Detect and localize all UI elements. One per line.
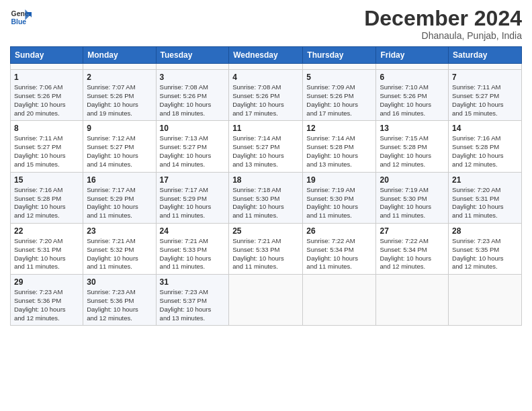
calendar-cell: 17Sunrise: 7:17 AM Sunset: 5:29 PM Dayli… [156, 172, 229, 223]
day-number: 13 [380, 124, 445, 133]
calendar-cell: 6Sunrise: 7:10 AM Sunset: 5:26 PM Daylig… [376, 70, 449, 121]
logo: General Blue [10, 7, 34, 28]
day-info: Sunrise: 7:17 AM Sunset: 5:29 PM Dayligh… [87, 186, 152, 220]
month-title: December 2024 [364, 7, 522, 30]
calendar-cell: 15Sunrise: 7:16 AM Sunset: 5:28 PM Dayli… [11, 172, 83, 223]
calendar-cell: 9Sunrise: 7:12 AM Sunset: 5:27 PM Daylig… [83, 121, 156, 172]
day-info: Sunrise: 7:08 AM Sunset: 5:26 PM Dayligh… [160, 83, 226, 118]
day-number: 3 [160, 73, 226, 82]
day-number: 5 [306, 73, 372, 82]
day-info: Sunrise: 7:23 AM Sunset: 5:37 PM Dayligh… [160, 288, 226, 322]
calendar-cell: 28Sunrise: 7:23 AM Sunset: 5:35 PM Dayli… [449, 223, 522, 274]
calendar-cell [376, 275, 449, 326]
day-info: Sunrise: 7:11 AM Sunset: 5:27 PM Dayligh… [452, 83, 518, 118]
calendar-cell: 31Sunrise: 7:23 AM Sunset: 5:37 PM Dayli… [156, 275, 229, 326]
day-number: 31 [160, 277, 226, 287]
day-info: Sunrise: 7:19 AM Sunset: 5:30 PM Dayligh… [380, 186, 445, 220]
day-info: Sunrise: 7:23 AM Sunset: 5:36 PM Dayligh… [14, 288, 79, 322]
calendar-cell: 21Sunrise: 7:20 AM Sunset: 5:31 PM Dayli… [449, 172, 522, 223]
calendar-week-row: 1Sunrise: 7:06 AM Sunset: 5:26 PM Daylig… [11, 70, 522, 121]
calendar-cell: 18Sunrise: 7:18 AM Sunset: 5:30 PM Dayli… [229, 172, 303, 223]
calendar-cell [11, 64, 83, 70]
header: General Blue December 2024 Dhanaula, Pun… [10, 7, 522, 41]
calendar-cell: 8Sunrise: 7:11 AM Sunset: 5:27 PM Daylig… [11, 121, 83, 172]
calendar-cell: 7Sunrise: 7:11 AM Sunset: 5:27 PM Daylig… [449, 70, 522, 121]
day-number: 27 [380, 226, 445, 236]
day-info: Sunrise: 7:08 AM Sunset: 5:26 PM Dayligh… [232, 83, 299, 118]
calendar-cell: 12Sunrise: 7:14 AM Sunset: 5:28 PM Dayli… [303, 121, 376, 172]
main-container: General Blue December 2024 Dhanaula, Pun… [0, 0, 532, 329]
day-info: Sunrise: 7:19 AM Sunset: 5:30 PM Dayligh… [306, 186, 372, 220]
calendar-week-row: 29Sunrise: 7:23 AM Sunset: 5:36 PM Dayli… [11, 275, 522, 326]
col-friday: Friday [376, 47, 449, 64]
day-number: 1 [14, 73, 79, 82]
day-number: 29 [14, 277, 79, 287]
day-info: Sunrise: 7:20 AM Sunset: 5:31 PM Dayligh… [452, 186, 518, 220]
day-number: 24 [160, 226, 226, 236]
calendar-cell: 4Sunrise: 7:08 AM Sunset: 5:26 PM Daylig… [229, 70, 303, 121]
calendar-week-row: 15Sunrise: 7:16 AM Sunset: 5:28 PM Dayli… [11, 172, 522, 223]
day-number: 23 [87, 226, 152, 236]
day-number: 28 [452, 226, 518, 236]
calendar-cell: 1Sunrise: 7:06 AM Sunset: 5:26 PM Daylig… [11, 70, 83, 121]
calendar-cell [303, 64, 376, 70]
calendar-cell: 11Sunrise: 7:14 AM Sunset: 5:27 PM Dayli… [229, 121, 303, 172]
logo-icon: General Blue [10, 7, 32, 28]
day-info: Sunrise: 7:06 AM Sunset: 5:26 PM Dayligh… [14, 83, 79, 118]
calendar-cell: 25Sunrise: 7:21 AM Sunset: 5:33 PM Dayli… [229, 223, 303, 274]
day-number: 8 [14, 124, 79, 133]
day-info: Sunrise: 7:20 AM Sunset: 5:31 PM Dayligh… [14, 237, 79, 271]
day-number: 30 [87, 277, 152, 287]
calendar-cell: 10Sunrise: 7:13 AM Sunset: 5:27 PM Dayli… [156, 121, 229, 172]
day-number: 17 [160, 175, 226, 185]
day-number: 9 [87, 124, 152, 133]
day-number: 19 [306, 175, 372, 185]
day-number: 26 [306, 226, 372, 236]
day-number: 20 [380, 175, 445, 185]
col-sunday: Sunday [11, 47, 83, 64]
col-tuesday: Tuesday [156, 47, 229, 64]
day-number: 18 [232, 175, 299, 185]
day-info: Sunrise: 7:14 AM Sunset: 5:28 PM Dayligh… [306, 134, 372, 169]
calendar-cell [303, 275, 376, 326]
day-info: Sunrise: 7:17 AM Sunset: 5:29 PM Dayligh… [160, 186, 226, 220]
day-number: 21 [452, 175, 518, 185]
calendar-cell: 29Sunrise: 7:23 AM Sunset: 5:36 PM Dayli… [11, 275, 83, 326]
calendar-cell: 27Sunrise: 7:22 AM Sunset: 5:34 PM Dayli… [376, 223, 449, 274]
svg-text:Blue: Blue [11, 18, 27, 26]
col-thursday: Thursday [303, 47, 376, 64]
calendar-cell: 20Sunrise: 7:19 AM Sunset: 5:30 PM Dayli… [376, 172, 449, 223]
calendar-header-row: Sunday Monday Tuesday Wednesday Thursday… [11, 47, 522, 64]
calendar-cell: 5Sunrise: 7:09 AM Sunset: 5:26 PM Daylig… [303, 70, 376, 121]
calendar-cell [376, 64, 449, 70]
calendar-cell: 13Sunrise: 7:15 AM Sunset: 5:28 PM Dayli… [376, 121, 449, 172]
day-info: Sunrise: 7:23 AM Sunset: 5:36 PM Dayligh… [87, 288, 152, 322]
calendar-cell: 22Sunrise: 7:20 AM Sunset: 5:31 PM Dayli… [11, 223, 83, 274]
day-info: Sunrise: 7:11 AM Sunset: 5:27 PM Dayligh… [14, 134, 79, 169]
day-number: 15 [14, 175, 79, 185]
day-number: 16 [87, 175, 152, 185]
calendar-week-row: 22Sunrise: 7:20 AM Sunset: 5:31 PM Dayli… [11, 223, 522, 274]
calendar-cell [229, 275, 303, 326]
day-info: Sunrise: 7:15 AM Sunset: 5:28 PM Dayligh… [380, 134, 445, 169]
calendar-cell [229, 64, 303, 70]
calendar-cell [156, 64, 229, 70]
calendar-cell: 19Sunrise: 7:19 AM Sunset: 5:30 PM Dayli… [303, 172, 376, 223]
day-info: Sunrise: 7:21 AM Sunset: 5:32 PM Dayligh… [87, 237, 152, 271]
day-info: Sunrise: 7:10 AM Sunset: 5:26 PM Dayligh… [380, 83, 445, 118]
title-block: December 2024 Dhanaula, Punjab, India [364, 7, 522, 41]
col-saturday: Saturday [449, 47, 522, 64]
day-number: 6 [380, 73, 445, 82]
day-number: 7 [452, 73, 518, 82]
day-info: Sunrise: 7:12 AM Sunset: 5:27 PM Dayligh… [87, 134, 152, 169]
calendar-cell: 2Sunrise: 7:07 AM Sunset: 5:26 PM Daylig… [83, 70, 156, 121]
day-number: 10 [160, 124, 226, 133]
calendar-cell [83, 64, 156, 70]
day-info: Sunrise: 7:09 AM Sunset: 5:26 PM Dayligh… [306, 83, 372, 118]
location: Dhanaula, Punjab, India [364, 30, 522, 41]
calendar-cell: 14Sunrise: 7:16 AM Sunset: 5:28 PM Dayli… [449, 121, 522, 172]
day-info: Sunrise: 7:23 AM Sunset: 5:35 PM Dayligh… [452, 237, 518, 271]
day-number: 12 [306, 124, 372, 133]
day-info: Sunrise: 7:07 AM Sunset: 5:26 PM Dayligh… [87, 83, 152, 118]
calendar-cell [449, 275, 522, 326]
